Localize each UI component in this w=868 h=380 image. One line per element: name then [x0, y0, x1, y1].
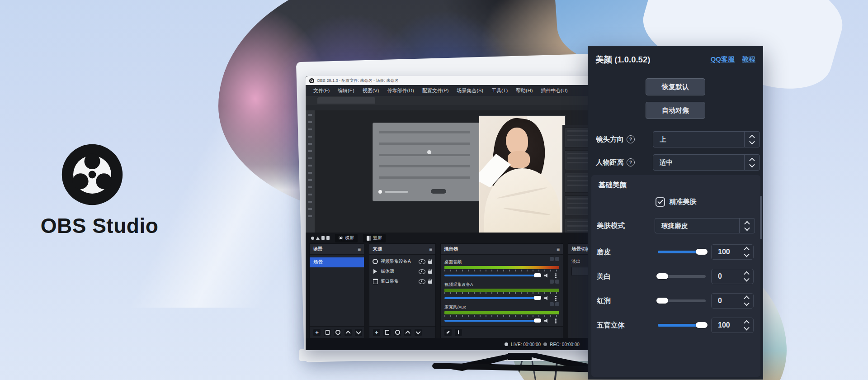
- decrement-chevron-icon[interactable]: [744, 252, 750, 257]
- face-3d-slider-row: 五官立体 100: [591, 317, 760, 333]
- tutorial-link[interactable]: 教程: [742, 55, 755, 64]
- face-3d-stepper[interactable]: 100: [711, 318, 754, 333]
- move-scene-up-button[interactable]: [344, 329, 352, 336]
- visibility-eye-icon[interactable]: [419, 279, 425, 284]
- precise-skin-checkbox[interactable]: [656, 197, 665, 207]
- lock-icon[interactable]: [428, 280, 432, 284]
- person-distance-select[interactable]: 适中: [653, 154, 760, 171]
- camera-direction-select[interactable]: 上: [653, 131, 760, 147]
- source-list-item[interactable]: 窗口采集: [369, 276, 435, 286]
- scene-list-item-selected[interactable]: 场景: [310, 257, 364, 267]
- add-source-button[interactable]: [373, 329, 380, 336]
- decrement-chevron-icon[interactable]: [744, 325, 750, 331]
- channel-buttons[interactable]: [550, 280, 559, 284]
- source-list-item[interactable]: 媒体源: [369, 266, 435, 276]
- tab-portrait-view[interactable]: 竖屏: [363, 234, 386, 242]
- channel-buttons[interactable]: [550, 302, 559, 306]
- tab-landscape-view[interactable]: 横屏: [335, 234, 358, 242]
- channel-buttons[interactable]: [550, 257, 559, 261]
- speaker-icon[interactable]: [544, 273, 549, 278]
- more-options-icon[interactable]: [555, 320, 557, 322]
- add-scene-button[interactable]: [313, 329, 321, 336]
- chevron-down-icon: [749, 138, 755, 144]
- mixer-advanced-button[interactable]: [455, 329, 462, 336]
- channel-name: 视频采集设备A: [444, 282, 473, 287]
- visibility-eye-icon[interactable]: [419, 259, 425, 264]
- lock-icon[interactable]: [428, 271, 432, 274]
- face-3d-slider[interactable]: [658, 324, 706, 327]
- volume-handle[interactable]: [534, 296, 541, 300]
- more-options-icon[interactable]: [555, 298, 557, 299]
- source-name: 视频采集设备A: [381, 258, 416, 265]
- panel-scrollbar[interactable]: [760, 196, 762, 239]
- whitening-stepper[interactable]: 0: [711, 269, 754, 284]
- rosy-slider[interactable]: [658, 299, 706, 302]
- remove-scene-button[interactable]: [324, 329, 331, 336]
- menu-scene-collection[interactable]: 场景集合(S): [453, 87, 487, 94]
- speaker-icon[interactable]: [544, 318, 549, 323]
- volume-handle[interactable]: [534, 273, 541, 277]
- volume-handle[interactable]: [534, 318, 541, 323]
- qq-support-link[interactable]: QQ客服: [711, 55, 735, 64]
- volume-slider[interactable]: [444, 273, 559, 277]
- slider-thumb[interactable]: [696, 249, 708, 255]
- ps-panel-rows: [379, 131, 470, 181]
- whitening-slider[interactable]: [658, 275, 706, 278]
- mixer-dock-header[interactable]: 混音器 ≡: [441, 244, 563, 255]
- help-icon[interactable]: [627, 158, 635, 166]
- source-list-item[interactable]: 视频采集设备A: [369, 256, 435, 266]
- source-name: 窗口采集: [381, 278, 416, 285]
- visibility-eye-icon[interactable]: [419, 269, 425, 274]
- slider-thumb[interactable]: [656, 298, 668, 304]
- skin-mode-label: 美肤模式: [597, 221, 625, 231]
- hamburger-icon[interactable]: ≡: [358, 247, 361, 252]
- beauty-panel-title: 美颜 (1.0.0.52): [595, 54, 650, 65]
- remove-source-button[interactable]: [383, 329, 391, 336]
- menu-file[interactable]: 文件(F): [309, 87, 334, 94]
- slider-thumb[interactable]: [656, 273, 668, 279]
- scene-filters-button[interactable]: [334, 329, 341, 336]
- decrement-chevron-icon[interactable]: [744, 300, 750, 306]
- volume-meter: [444, 311, 559, 314]
- skin-mode-select[interactable]: 瑕疵磨皮: [655, 218, 755, 233]
- select-spinner[interactable]: [744, 132, 760, 147]
- lock-icon[interactable]: [428, 261, 432, 264]
- menu-view[interactable]: 视图(V): [359, 87, 383, 94]
- select-spinner[interactable]: [739, 218, 755, 233]
- smoothing-slider[interactable]: [658, 251, 706, 253]
- menu-help[interactable]: 帮助(H): [512, 87, 537, 94]
- source-properties-button[interactable]: [394, 329, 401, 336]
- ps-panel-line: [385, 191, 408, 193]
- media-source-icon: [373, 269, 378, 274]
- portrait-photo: [479, 116, 565, 233]
- auto-focus-button[interactable]: 自动对焦: [646, 102, 705, 119]
- menu-docks[interactable]: 停靠部件(D): [383, 87, 418, 94]
- mixer-config-button[interactable]: [444, 329, 452, 336]
- move-scene-down-button[interactable]: [355, 329, 362, 336]
- rosy-stepper[interactable]: 0: [711, 293, 754, 309]
- move-source-down-button[interactable]: [415, 329, 422, 336]
- speaker-icon[interactable]: [544, 296, 549, 300]
- restore-defaults-button[interactable]: 恢复默认: [646, 78, 705, 95]
- smoothing-stepper[interactable]: 100: [711, 244, 754, 260]
- sources-dock-header[interactable]: 来源 ≡: [369, 244, 435, 255]
- select-spinner[interactable]: [744, 155, 760, 170]
- menu-profile[interactable]: 配置文件(P): [418, 87, 453, 94]
- record-status-dot-icon: [543, 342, 547, 346]
- menu-edit[interactable]: 编辑(E): [334, 87, 359, 94]
- volume-slider[interactable]: [444, 318, 559, 323]
- hamburger-icon[interactable]: ≡: [429, 247, 432, 252]
- slider-thumb[interactable]: [696, 322, 708, 328]
- help-icon[interactable]: [627, 135, 635, 143]
- volume-track: [444, 320, 538, 322]
- menu-plugin-center[interactable]: 插件中心(U): [537, 87, 571, 94]
- volume-slider[interactable]: [444, 296, 559, 300]
- decrement-chevron-icon[interactable]: [744, 276, 750, 282]
- source-name: 媒体源: [381, 268, 416, 275]
- more-options-icon[interactable]: [555, 275, 557, 276]
- move-source-up-button[interactable]: [404, 329, 411, 336]
- hamburger-icon[interactable]: ≡: [557, 247, 560, 252]
- scenes-dock-header[interactable]: 场景 ≡: [310, 244, 364, 255]
- menu-tools[interactable]: 工具(T): [487, 87, 512, 94]
- camera-direction-row: 镜头方向 上: [588, 131, 763, 148]
